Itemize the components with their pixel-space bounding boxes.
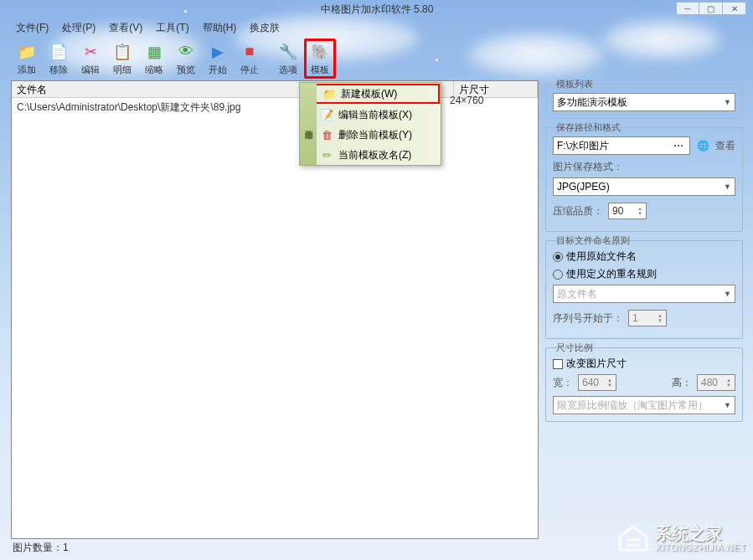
folder-add-icon: 📁 [17,42,37,62]
checkbox-resize[interactable]: 改变图片尺寸 [553,357,735,371]
file-list[interactable]: C:\Users\Administrator\Desktop\新建文件夹\89.… [12,98,538,538]
name-pattern-combo: 原文件名 ▼ [553,285,735,303]
checkbox-icon [553,359,563,369]
naming-group: 目标文件命名原则 使用原始文件名 使用定义的重名规则 原文件名 ▼ 序列号开始于… [545,240,743,339]
rename-icon: ✏ [320,148,333,162]
template-list-group: 模板列表 多功能演示模板 ▼ [545,84,743,119]
radio-icon [553,270,563,280]
seq-input: 1 ▲▼ [628,310,667,326]
globe-icon[interactable]: 🌐 [695,138,710,153]
tool-options[interactable]: 🔧选项 [272,39,304,79]
close-button[interactable]: ✕ [723,2,746,15]
view-link[interactable]: 查看 [715,139,735,153]
group-label: 保存路径和格式 [553,121,624,134]
window-controls: ─ ▢ ✕ [676,2,746,15]
menu-process[interactable]: 处理(P) [57,19,101,37]
spinner-icon: ▲▼ [726,378,731,388]
file-remove-icon: 📄 [49,42,69,62]
menu-help[interactable]: 帮助(H) [198,19,242,37]
maximize-button[interactable]: ▢ [699,2,723,15]
width-input: 640 ▲▼ [578,374,616,391]
toolbar: 📁添加 📄移除 ✂编辑 📋明细 ▦缩略 👁预览 ▶开始 ■停止 🔧选项 🐘模板 [4,37,750,80]
chevron-down-icon: ▼ [724,98,731,106]
browse-icon[interactable]: ⋯ [671,138,686,153]
menu-file[interactable]: 文件(F) [11,19,54,37]
dropdown-sidebar: 中格图片加水印 [300,83,317,165]
status-count: 图片数量：1 [13,541,69,555]
menu-skin[interactable]: 换皮肤 [245,19,285,37]
list-icon: 📋 [112,42,132,62]
save-group: 保存路径和格式 F:\水印图片 ⋯ 🌐 查看 图片保存格式： JPG(JPEG)… [545,127,743,232]
menu-delete-template[interactable]: 🗑 删除当前模板(Y) [300,125,441,145]
wrench-icon: 🔧 [278,42,298,62]
tool-template[interactable]: 🐘模板 [304,39,336,79]
delete-icon: 🗑 [320,128,333,141]
titlebar: 中格图片加水印软件 5.80 ─ ▢ ✕ [4,0,750,18]
tool-stop[interactable]: ■停止 [234,39,266,79]
edit-icon: 📝 [320,108,333,121]
window-title: 中格图片加水印软件 5.80 [321,3,434,17]
tool-preview[interactable]: 👁预览 [170,39,202,79]
file-size-cell: 24×760 [450,95,483,106]
menubar: 文件(F) 处理(P) 查看(V) 工具(T) 帮助(H) 换皮肤 [4,18,750,37]
play-icon: ▶ [208,42,228,62]
width-label: 宽： [553,376,573,390]
stop-icon: ■ [240,42,260,62]
tool-add[interactable]: 📁添加 [11,39,43,79]
save-path-input[interactable]: F:\水印图片 ⋯ [553,136,690,155]
radio-icon [553,252,563,262]
minimize-button[interactable]: ─ [676,2,699,15]
chevron-down-icon: ▼ [724,182,731,191]
tool-remove[interactable]: 📄移除 [43,39,75,79]
file-path: C:\Users\Administrator\Desktop\新建文件夹\89.… [17,101,240,113]
tool-thumb[interactable]: ▦缩略 [138,39,170,79]
format-combo[interactable]: JPG(JPEG) ▼ [553,177,735,196]
scissors-icon: ✂ [80,42,101,62]
house-logo-icon [616,523,650,553]
quality-input[interactable]: 90 ▲▼ [608,203,647,219]
spinner-icon[interactable]: ▲▼ [637,206,642,216]
quality-label: 压缩品质： [553,204,603,218]
site-watermark: 系统之家 XITONGZHIJIA.NET [616,523,746,553]
height-label: 高： [672,376,692,390]
constrain-combo: 限宽原比例缩放（淘宝图片常用） ▼ [553,396,735,414]
file-panel: 文件名 片尺寸 C:\Users\Administrator\Desktop\新… [11,80,539,539]
height-input: 480 ▲▼ [697,374,735,391]
group-label: 目标文件命名原则 [553,234,633,247]
chevron-down-icon: ▼ [724,401,731,409]
format-label: 图片保存格式： [553,160,735,174]
seq-label: 序列号开始于： [553,311,623,326]
tool-start[interactable]: ▶开始 [202,39,234,79]
radio-custom-name[interactable]: 使用定义的重名规则 [553,267,735,281]
folder-new-icon: 📁 [322,87,336,100]
grid-icon: ▦ [144,42,164,62]
dimension-group: 尺寸比例 改变图片尺寸 宽： 640 ▲▼ 高： 480 ▲▼ [545,347,743,422]
menu-view[interactable]: 查看(V) [104,19,147,37]
group-label: 尺寸比例 [553,342,596,354]
menu-edit-template[interactable]: 📝 编辑当前模板(X) [300,105,441,125]
radio-original-name[interactable]: 使用原始文件名 [553,249,735,264]
menu-tools[interactable]: 工具(T) [151,19,193,37]
spinner-icon: ▲▼ [658,313,663,323]
menu-rename-template[interactable]: ✏ 当前模板改名(Z) [300,145,441,165]
spinner-icon: ▲▼ [607,378,612,388]
template-combo[interactable]: 多功能演示模板 ▼ [553,93,735,111]
group-label: 模板列表 [553,78,596,90]
tool-edit[interactable]: ✂编辑 [75,39,106,79]
right-panel: 模板列表 多功能演示模板 ▼ 保存路径和格式 F:\水印图片 ⋯ 🌐 查看 图片… [545,80,743,539]
template-dropdown-menu: 中格图片加水印 📁 新建模板(W) 📝 编辑当前模板(X) 🗑 删除当前模板(Y… [299,82,441,166]
template-icon: 🐘 [310,42,330,62]
tool-detail[interactable]: 📋明细 [106,39,138,79]
chevron-down-icon: ▼ [724,290,731,298]
menu-new-template[interactable]: 📁 新建模板(W) [301,84,440,104]
eye-icon: 👁 [176,42,196,62]
